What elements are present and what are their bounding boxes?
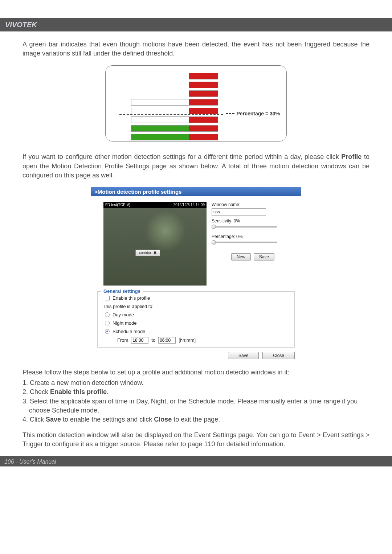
bottom-save-button[interactable]: Save <box>228 352 259 359</box>
brand-label: VIVOTEK <box>5 21 37 29</box>
step-1: 1. Create a new motion detection window. <box>23 378 369 387</box>
camera-title: FD test(TCP-V) <box>105 203 130 207</box>
close-icon[interactable]: ✖ <box>154 251 156 255</box>
new-button[interactable]: New <box>231 253 251 260</box>
general-settings-group: General settings Enable this profile Thi… <box>97 291 295 348</box>
percentage-label: Percentage: 0% <box>212 234 294 239</box>
footer-divider <box>0 466 392 467</box>
threshold-label: Percentage = 30% <box>226 111 280 116</box>
enable-profile-label: Enable this profile <box>113 295 150 301</box>
motion-region-tag[interactable]: corridor ✖ <box>135 250 160 256</box>
intro-paragraph-1: A green bar indicates that even though m… <box>23 40 369 58</box>
save-button[interactable]: Save <box>254 253 274 260</box>
step-3: 3. Select the applicable span of time in… <box>29 397 369 415</box>
camera-preview: FD test(TCP-V) 2012/12/6 14:14:09 corrid… <box>103 202 207 286</box>
applied-label: This profile is applied to: <box>103 304 154 309</box>
day-mode-label: Day mode <box>113 312 134 317</box>
to-time-input[interactable] <box>158 337 176 344</box>
steps-intro: Please follow the steps beolw to set up … <box>23 368 369 377</box>
night-mode-label: Night mode <box>113 320 136 326</box>
time-format-label: [hh:mm] <box>179 337 196 343</box>
general-settings-legend: General settings <box>101 288 143 294</box>
enable-profile-checkbox[interactable] <box>105 296 110 300</box>
camera-timestamp: 2012/12/6 14:14:09 <box>173 203 205 207</box>
sensitivity-slider[interactable] <box>212 225 277 229</box>
step-4: 4. Click Save to enable the settings and… <box>23 415 369 424</box>
intro-paragraph-2-bold: Profile <box>341 153 362 160</box>
page-footer: 106 - User's Manual <box>0 456 392 466</box>
schedule-mode-label: Schedule mode <box>113 329 145 334</box>
window-name-label: Window name: <box>212 202 294 207</box>
panel-title: >Motion detection profile settings <box>91 187 301 196</box>
step-2: 2. Check Enable this profile. <box>23 387 369 397</box>
bottom-close-button[interactable]: Close <box>262 352 295 359</box>
schedule-mode-radio[interactable] <box>105 329 110 334</box>
to-label: to <box>151 337 155 343</box>
page-number: 106 - User's Manual <box>4 459 56 465</box>
intro-paragraph-2: If you want to configure other motion de… <box>23 152 369 180</box>
page-header: VIVOTEK <box>0 18 392 31</box>
from-time-input[interactable] <box>131 337 148 344</box>
threshold-line <box>119 114 223 115</box>
percentage-slider[interactable] <box>212 240 277 245</box>
threshold-chart: Percentage = 30% <box>23 65 369 141</box>
night-mode-radio[interactable] <box>105 321 110 325</box>
day-mode-radio[interactable] <box>105 312 110 317</box>
window-name-input[interactable] <box>212 208 266 216</box>
camera-frame[interactable]: corridor ✖ <box>103 208 207 286</box>
intro-paragraph-2a: If you want to configure other motion de… <box>23 153 341 160</box>
from-label: From <box>117 337 128 343</box>
profile-settings-panel: >Motion detection profile settings FD te… <box>91 187 301 363</box>
outro-paragraph: This motion detection window will also b… <box>23 431 369 449</box>
sensitivity-label: Sensitivity: 0% <box>212 218 294 223</box>
region-name: corridor <box>139 251 151 255</box>
